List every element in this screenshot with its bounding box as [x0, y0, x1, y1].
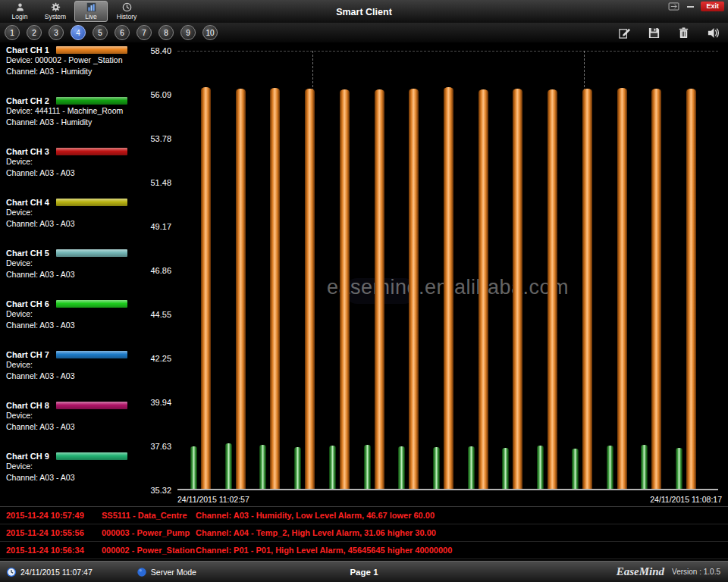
alarm-time: 2015-11-24 10:55:56: [6, 528, 102, 537]
edit-button[interactable]: [615, 24, 633, 41]
bar-ch1: [375, 89, 384, 489]
channel-device: Device:: [6, 462, 138, 472]
channel-channel: Channel: A03 - A03: [6, 270, 138, 280]
channel-device: Device: 000002 - Power _Station: [6, 55, 138, 66]
page-tab-bar: 12345678910: [0, 23, 728, 42]
channel-legend: Chart CH 8Device:Channel: A03 - A03: [6, 401, 138, 449]
channel-channel: Channel: A03 - A03: [6, 422, 138, 433]
bar-ch2: [676, 448, 682, 489]
alarm-time: 2015-11-24 10:57:49: [6, 511, 102, 520]
channel-channel: Channel: A03 - A03: [6, 473, 138, 483]
bar-ch1: [270, 88, 280, 489]
chart-toolbar: [615, 24, 722, 41]
alarm-device: SS5111 - Data_Centre: [102, 511, 196, 520]
channel-color-swatch: [56, 452, 127, 460]
channel-title: Chart CH 1: [6, 45, 49, 55]
version-label: Version : 1.0.5: [672, 568, 720, 576]
channel-list: Chart CH 1Device: 000002 - Power _Statio…: [6, 45, 138, 499]
alarm-device: 000002 - Power_Station: [102, 546, 196, 555]
channel-color-swatch: [56, 46, 127, 54]
channel-color-swatch: [56, 402, 127, 409]
page-tab-3[interactable]: 3: [49, 25, 64, 40]
alarm-message: Channel: A04 - Temp_2, High Level Alarm,…: [196, 528, 728, 537]
bar-ch1: [305, 89, 315, 489]
channel-title: Chart CH 3: [6, 147, 49, 156]
bar-ch2: [225, 443, 232, 489]
y-axis-tick: 58.40: [150, 46, 171, 55]
page-tab-9[interactable]: 9: [180, 25, 196, 40]
bar-ch2: [364, 445, 371, 489]
nav-history-button[interactable]: History: [110, 1, 143, 22]
nav-live-button[interactable]: Live: [74, 1, 108, 22]
nav-login-button[interactable]: Login: [3, 1, 36, 22]
channel-color-swatch: [56, 249, 127, 257]
save-icon: [648, 27, 661, 39]
nav-system-button[interactable]: System: [39, 1, 72, 22]
window-controls: Exit: [667, 2, 724, 11]
channel-channel: Channel: A03 - A03: [6, 219, 138, 230]
status-mode-indicator: [136, 567, 147, 577]
bar-ch1: [409, 89, 419, 489]
channel-color-swatch: [56, 199, 127, 206]
minimize-icon: [687, 6, 694, 8]
channel-legend: Chart CH 9Device:Channel: A03 - A03: [6, 452, 138, 499]
bar-ch1: [617, 88, 627, 489]
bar-ch2: [537, 446, 544, 489]
page-tab-1[interactable]: 1: [5, 25, 20, 40]
channel-device: Device:: [6, 309, 138, 320]
save-button[interactable]: [645, 24, 663, 41]
y-axis-tick: 56.09: [150, 90, 171, 99]
plot-area: easemind.en.alibaba.com: [177, 51, 718, 490]
page-tab-5[interactable]: 5: [93, 25, 108, 40]
channel-title: Chart CH 5: [6, 249, 49, 258]
smart-client-window: LoginSystemLiveHistory Smart Client Exit…: [0, 0, 728, 582]
bar-ch2: [572, 449, 579, 489]
alarm-row[interactable]: 2015-11-24 10:55:56000003 - Power_PumpCh…: [0, 524, 728, 542]
channel-title: Chart CH 2: [6, 96, 49, 105]
bar-ch1: [201, 87, 211, 489]
channel-device: Device:: [6, 258, 138, 269]
live-chart: 58.4056.0953.7851.4849.1746.8644.5542.25…: [138, 42, 728, 506]
page-tab-6[interactable]: 6: [115, 25, 130, 40]
alarm-row[interactable]: 2015-11-24 10:56:34000002 - Power_Statio…: [0, 542, 728, 559]
y-axis-tick: 35.32: [150, 486, 171, 495]
bar-ch2: [641, 445, 648, 489]
exit-button[interactable]: Exit: [701, 2, 724, 11]
channel-channel: Channel: A03 - Humidity: [6, 117, 138, 128]
alarm-row[interactable]: 2015-11-24 10:57:49SS5111 - Data_CentreC…: [0, 507, 728, 524]
y-axis-tick: 49.17: [150, 222, 171, 231]
y-axis-tick: 39.94: [150, 398, 171, 407]
bar-ch1: [513, 89, 522, 489]
bar-ch1: [479, 89, 488, 489]
y-axis-tick: 51.48: [150, 178, 171, 187]
grid-line-top: [177, 51, 718, 52]
page-tab-4[interactable]: 4: [71, 25, 86, 40]
channel-color-swatch: [56, 300, 127, 308]
speaker-icon: [707, 27, 720, 39]
mode-icon: [136, 567, 147, 577]
alarm-device: 000003 - Power_Pump: [102, 528, 196, 537]
login-icon: [15, 2, 25, 12]
alarm-message: Channel: P01 - P01, High Level Alarm, 45…: [196, 546, 728, 555]
bar-ch1: [340, 89, 350, 489]
y-axis: 58.4056.0953.7851.4849.1746.8644.5542.25…: [138, 51, 174, 490]
minimize-button[interactable]: [684, 2, 696, 11]
page-tab-8[interactable]: 8: [158, 25, 174, 40]
channel-device: Device:: [6, 157, 138, 167]
channel-legend: Chart CH 4Device:Channel: A03 - A03: [6, 198, 138, 246]
bar-ch2: [398, 446, 405, 489]
channel-legend: Chart CH 2Device: 444111 - Machine_RoomC…: [6, 96, 138, 144]
bar-ch2: [433, 447, 440, 489]
main-nav: LoginSystemLiveHistory: [3, 1, 143, 22]
speaker-button[interactable]: [704, 24, 722, 41]
switch-window-button[interactable]: [667, 2, 679, 11]
trash-button[interactable]: [674, 24, 692, 41]
page-tab-10[interactable]: 10: [202, 25, 218, 40]
alarm-time: 2015-11-24 10:56:34: [6, 546, 102, 555]
channel-title: Chart CH 9: [6, 452, 49, 461]
channel-device: Device: 444111 - Machine_Room: [6, 106, 138, 117]
page-tab-7[interactable]: 7: [136, 25, 152, 40]
brand-logo: EaseMind: [617, 565, 664, 578]
nav-label: System: [45, 13, 66, 20]
page-tab-2[interactable]: 2: [27, 25, 42, 40]
